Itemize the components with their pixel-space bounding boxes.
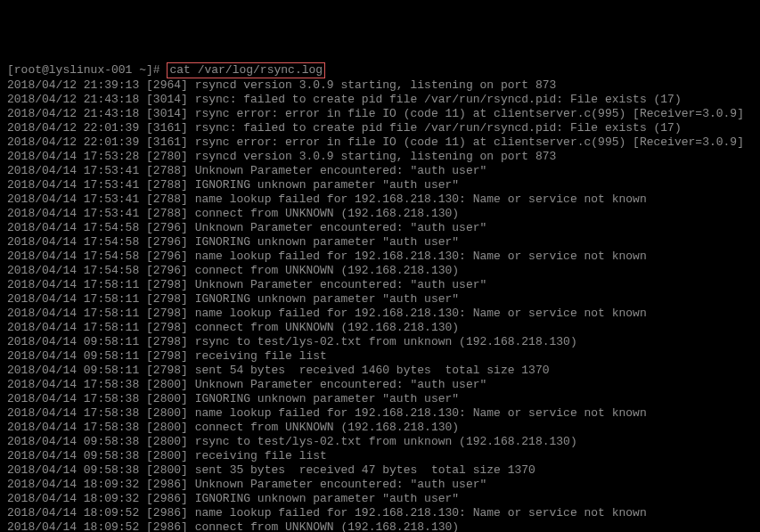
log-line: 2018/04/14 17:54:58 [2796] connect from … [7,264,753,278]
log-line: 2018/04/14 17:58:11 [2798] connect from … [7,321,753,335]
log-line: 2018/04/14 18:09:52 [2986] name lookup f… [7,506,753,520]
log-line: 2018/04/14 17:53:41 [2788] IGNORING unkn… [7,178,753,192]
log-line: 2018/04/12 22:01:39 [3161] rsync: failed… [7,121,753,135]
log-line: 2018/04/14 09:58:11 [2798] rsync to test… [7,335,753,349]
command-highlight: cat /var/log/rsync.log [167,62,325,78]
log-line: 2018/04/14 17:58:11 [2798] name lookup f… [7,307,753,321]
log-line: 2018/04/12 21:39:13 [2964] rsyncd versio… [7,78,753,93]
log-line: 2018/04/14 17:58:11 [2798] Unknown Param… [7,278,753,292]
log-line: 2018/04/14 09:58:11 [2798] sent 54 bytes… [7,364,753,378]
log-line: 2018/04/14 09:58:38 [2800] sent 35 bytes… [7,463,753,478]
log-line: 2018/04/14 17:58:38 [2800] name lookup f… [7,406,753,421]
log-line: 2018/04/14 17:58:11 [2798] IGNORING unkn… [7,292,753,307]
log-line: 2018/04/14 18:09:52 [2986] connect from … [7,520,753,532]
log-line: 2018/04/14 17:58:38 [2800] IGNORING unkn… [7,392,753,406]
log-line: 2018/04/14 17:53:41 [2788] Unknown Param… [7,164,753,178]
log-line: 2018/04/14 17:54:58 [2796] IGNORING unkn… [7,235,753,250]
log-line: 2018/04/14 09:58:38 [2800] receiving fil… [7,449,753,463]
prompt-user-host: [root@lyslinux-001 ~]# [7,63,160,77]
log-line: 2018/04/14 17:58:38 [2800] connect from … [7,421,753,435]
log-line: 2018/04/14 17:54:58 [2796] Unknown Param… [7,221,753,235]
log-line: 2018/04/14 09:58:38 [2800] rsync to test… [7,435,753,449]
log-line: 2018/04/14 09:58:11 [2798] receiving fil… [7,349,753,364]
log-line: 2018/04/14 17:53:28 [2780] rsyncd versio… [7,150,753,164]
log-line: 2018/04/14 17:58:38 [2800] Unknown Param… [7,378,753,392]
terminal-output: [root@lyslinux-001 ~]# cat /var/log/rsyn… [7,62,753,532]
log-line: 2018/04/14 17:53:41 [2788] connect from … [7,207,753,221]
log-line: 2018/04/12 21:43:18 [3014] rsync error: … [7,107,753,121]
log-line: 2018/04/14 18:09:32 [2986] IGNORING unkn… [7,492,753,506]
log-line: 2018/04/14 17:53:41 [2788] name lookup f… [7,192,753,207]
log-line: 2018/04/14 17:54:58 [2796] name lookup f… [7,250,753,264]
log-line: 2018/04/14 18:09:32 [2986] Unknown Param… [7,478,753,492]
log-line: 2018/04/12 21:43:18 [3014] rsync: failed… [7,93,753,107]
prompt-line[interactable]: [root@lyslinux-001 ~]# cat /var/log/rsyn… [7,62,753,78]
log-line: 2018/04/12 22:01:39 [3161] rsync error: … [7,135,753,150]
